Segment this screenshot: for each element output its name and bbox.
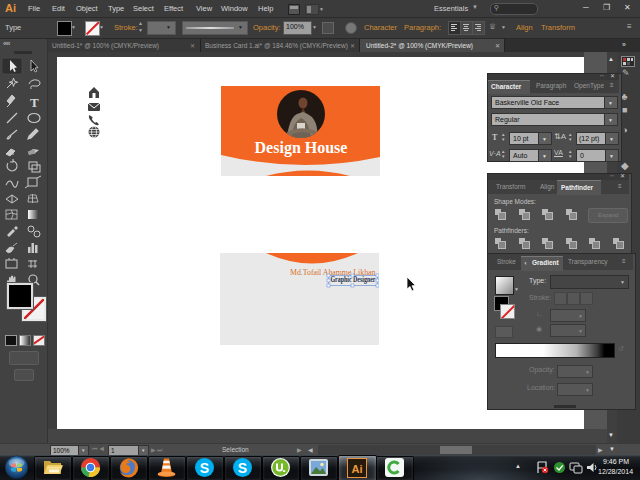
svg-text:Ai: Ai [352,463,363,475]
svg-text:Design House: Design House [255,139,348,157]
svg-text:S: S [200,460,209,476]
svg-text:T: T [30,95,39,110]
svg-text:S: S [238,460,247,476]
svg-text:Graphic Designer: Graphic Designer [331,276,377,284]
